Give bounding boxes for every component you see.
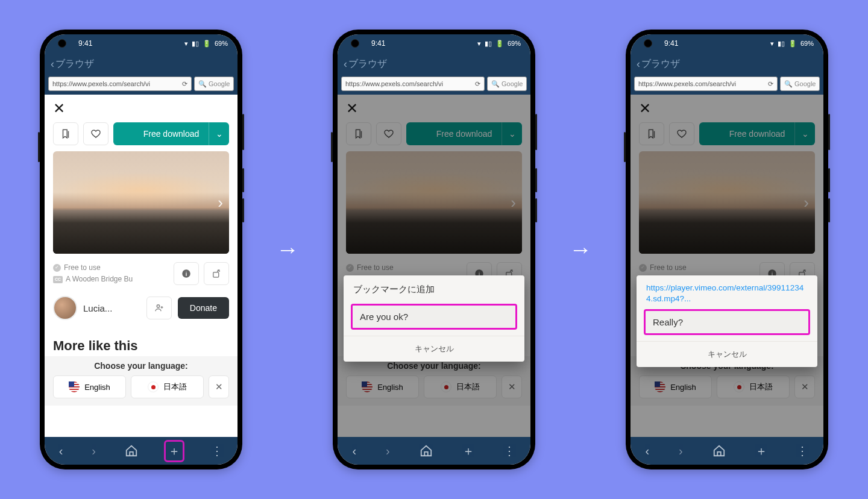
page-content: ✕ Free download⌄ › ✓Free to useCCA Woode…: [338, 95, 530, 437]
back-chevron-icon[interactable]: ‹: [51, 58, 54, 71]
signal-icon: ▮▯: [778, 40, 785, 48]
search-icon: 🔍: [491, 80, 500, 88]
search-engine-box[interactable]: 🔍Google: [487, 77, 527, 91]
nav-add[interactable]: ＋: [164, 440, 184, 462]
next-icon[interactable]: ›: [218, 193, 223, 212]
battery-pct: 69%: [215, 40, 228, 47]
bottom-nav: ‹›＋⋮: [631, 437, 823, 465]
share-icon: [211, 268, 222, 279]
phone-3: 9:41 ▾▮▯🔋69% ‹ブラウザ https://www.pexels.co…: [626, 30, 828, 469]
status-bar: 9:41 ▾▮▯🔋69%: [338, 34, 530, 52]
status-right: ▾▮▯🔋69%: [770, 40, 814, 48]
author-name[interactable]: Lucia...: [83, 303, 140, 313]
nav-back[interactable]: ‹: [352, 444, 356, 458]
free-label: Free to use: [64, 262, 101, 274]
status-time: 9:41: [371, 39, 385, 48]
modal-overlay[interactable]: [338, 95, 530, 437]
download-button[interactable]: Free download ⌄: [113, 122, 229, 145]
nav-home[interactable]: [712, 444, 726, 457]
share-button[interactable]: [204, 262, 229, 285]
dialog-link[interactable]: https://player.vimeo.com/external/399112…: [637, 275, 817, 306]
dialog-cancel[interactable]: キャンセル: [344, 336, 524, 362]
language-close[interactable]: ✕: [209, 375, 229, 398]
close-icon: ✕: [215, 381, 223, 392]
back-chevron-icon[interactable]: ‹: [344, 58, 347, 71]
url-field[interactable]: https://www.pexels.com/search/vi⟳: [341, 77, 485, 91]
location-icon: ▾: [184, 40, 188, 48]
signal-icon: ▮▯: [192, 40, 199, 48]
download-dropdown[interactable]: ⌄: [209, 122, 229, 145]
status-bar: 9:41 ▾▮▯🔋69%: [631, 34, 823, 52]
reload-icon[interactable]: ⟳: [182, 80, 187, 88]
app-bar: ‹ブラウザ: [631, 52, 823, 75]
nav-menu[interactable]: ⋮: [503, 444, 515, 458]
home-icon: [125, 444, 138, 457]
search-engine-label: Google: [794, 80, 816, 87]
nav-menu[interactable]: ⋮: [211, 444, 223, 458]
nav-forward[interactable]: ›: [386, 444, 390, 458]
nav-add[interactable]: ＋: [755, 443, 767, 459]
app-title: ブラウザ: [55, 58, 94, 71]
url-text: https://www.pexels.com/search/vi: [345, 80, 443, 87]
like-button[interactable]: [83, 122, 108, 145]
nav-menu[interactable]: ⋮: [796, 444, 808, 458]
bookmark-dialog: ブックマークに追加 Are you ok? キャンセル: [344, 275, 524, 362]
bookmark-icon: [60, 128, 71, 139]
user-plus-icon: [154, 303, 165, 313]
nav-home[interactable]: [125, 444, 138, 457]
chevron-down-icon: ⌄: [216, 129, 223, 139]
bookmark-dialog: https://player.vimeo.com/external/399112…: [637, 275, 817, 367]
dialog-cancel[interactable]: キャンセル: [637, 341, 817, 367]
phone-1: 9:41 ▾ ▮▯ 🔋 69% ‹ ブラウザ https://www.pexel…: [40, 30, 242, 469]
search-icon: 🔍: [198, 80, 207, 88]
info-icon: i: [181, 268, 192, 279]
nav-forward[interactable]: ›: [679, 444, 683, 458]
search-engine-box[interactable]: 🔍Google: [780, 77, 820, 91]
donate-button[interactable]: Donate: [178, 297, 229, 319]
dialog-title: ブックマークに追加: [344, 275, 524, 300]
svg-text:i: i: [186, 271, 187, 277]
modal-overlay[interactable]: [631, 95, 823, 437]
location-icon: ▾: [770, 40, 774, 48]
reload-icon[interactable]: ⟳: [475, 80, 480, 88]
dialog-input[interactable]: Are you ok?: [351, 304, 517, 330]
image-title: A Wooden Bridge Bu: [66, 274, 133, 285]
nav-back[interactable]: ‹: [59, 444, 63, 458]
hero-image[interactable]: ›: [53, 151, 229, 254]
nav-home[interactable]: [420, 444, 433, 457]
url-row: https://www.pexels.com/search/vi⟳ 🔍Googl…: [338, 75, 530, 95]
language-bar: Choose your language: English 日本語 ✕: [45, 356, 237, 406]
back-chevron-icon[interactable]: ‹: [637, 58, 640, 71]
svg-rect-2: [213, 272, 219, 277]
search-engine-label: Google: [502, 80, 523, 87]
status-right: ▾▮▯🔋69%: [477, 40, 521, 48]
nav-back[interactable]: ‹: [645, 444, 649, 458]
language-japanese[interactable]: 日本語: [131, 375, 204, 398]
us-flag-icon: [69, 381, 80, 392]
camera-hole: [351, 39, 359, 48]
status-bar: 9:41 ▾ ▮▯ 🔋 69%: [45, 34, 237, 52]
language-english[interactable]: English: [53, 375, 126, 398]
phone-2: 9:41 ▾▮▯🔋69% ‹ブラウザ https://www.pexels.co…: [333, 30, 535, 469]
reload-icon[interactable]: ⟳: [768, 80, 773, 88]
follow-button[interactable]: [146, 297, 172, 319]
home-icon: [420, 444, 433, 457]
search-engine-box[interactable]: 🔍 Google: [194, 77, 234, 91]
bottom-nav: ‹›＋⋮: [338, 437, 530, 465]
url-field[interactable]: https://www.pexels.com/search/vi ⟳: [48, 77, 192, 91]
info-button[interactable]: i: [174, 262, 199, 285]
app-title: ブラウザ: [641, 58, 680, 71]
nav-add[interactable]: ＋: [462, 443, 474, 459]
url-field[interactable]: https://www.pexels.com/search/vi⟳: [634, 77, 778, 91]
battery-pct: 69%: [508, 40, 521, 47]
arrow-icon: →: [569, 237, 592, 263]
bottom-nav: ‹ › ＋ ⋮: [45, 437, 237, 465]
dialog-input[interactable]: Really?: [644, 309, 810, 335]
page-content: ✕ Free download⌄ › ✓Free to useCCA Woode…: [631, 95, 823, 437]
close-icon[interactable]: ✕: [53, 100, 65, 117]
signal-icon: ▮▯: [485, 40, 492, 48]
bookmark-button[interactable]: [53, 122, 78, 145]
nav-forward[interactable]: ›: [92, 444, 96, 458]
url-row: https://www.pexels.com/search/vi⟳ 🔍Googl…: [631, 75, 823, 95]
avatar[interactable]: [53, 296, 77, 320]
